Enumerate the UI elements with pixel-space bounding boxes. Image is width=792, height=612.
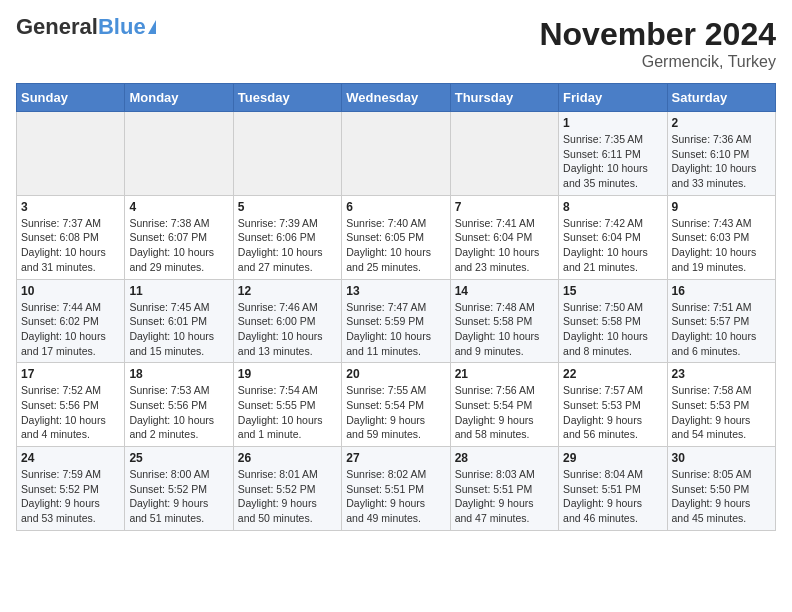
day-info: Sunrise: 7:38 AM Sunset: 6:07 PM Dayligh… [129, 216, 228, 275]
calendar-week-2: 3Sunrise: 7:37 AM Sunset: 6:08 PM Daylig… [17, 195, 776, 279]
calendar-cell: 13Sunrise: 7:47 AM Sunset: 5:59 PM Dayli… [342, 279, 450, 363]
calendar-cell: 12Sunrise: 7:46 AM Sunset: 6:00 PM Dayli… [233, 279, 341, 363]
day-number: 27 [346, 451, 445, 465]
day-number: 22 [563, 367, 662, 381]
weekday-header-row: SundayMondayTuesdayWednesdayThursdayFrid… [17, 84, 776, 112]
calendar-cell [342, 112, 450, 196]
weekday-header-saturday: Saturday [667, 84, 775, 112]
weekday-header-sunday: Sunday [17, 84, 125, 112]
day-info: Sunrise: 7:56 AM Sunset: 5:54 PM Dayligh… [455, 383, 554, 442]
day-info: Sunrise: 7:41 AM Sunset: 6:04 PM Dayligh… [455, 216, 554, 275]
day-info: Sunrise: 8:05 AM Sunset: 5:50 PM Dayligh… [672, 467, 771, 526]
day-info: Sunrise: 8:02 AM Sunset: 5:51 PM Dayligh… [346, 467, 445, 526]
calendar-cell [450, 112, 558, 196]
calendar-body: 1Sunrise: 7:35 AM Sunset: 6:11 PM Daylig… [17, 112, 776, 531]
day-number: 26 [238, 451, 337, 465]
calendar-cell [17, 112, 125, 196]
calendar-week-1: 1Sunrise: 7:35 AM Sunset: 6:11 PM Daylig… [17, 112, 776, 196]
calendar-cell: 19Sunrise: 7:54 AM Sunset: 5:55 PM Dayli… [233, 363, 341, 447]
calendar-cell: 3Sunrise: 7:37 AM Sunset: 6:08 PM Daylig… [17, 195, 125, 279]
day-info: Sunrise: 8:03 AM Sunset: 5:51 PM Dayligh… [455, 467, 554, 526]
day-number: 4 [129, 200, 228, 214]
weekday-header-thursday: Thursday [450, 84, 558, 112]
weekday-header-friday: Friday [559, 84, 667, 112]
day-info: Sunrise: 7:40 AM Sunset: 6:05 PM Dayligh… [346, 216, 445, 275]
calendar-week-5: 24Sunrise: 7:59 AM Sunset: 5:52 PM Dayli… [17, 447, 776, 531]
day-number: 1 [563, 116, 662, 130]
page-header: GeneralBlue November 2024 Germencik, Tur… [16, 16, 776, 71]
day-info: Sunrise: 7:58 AM Sunset: 5:53 PM Dayligh… [672, 383, 771, 442]
calendar-cell: 25Sunrise: 8:00 AM Sunset: 5:52 PM Dayli… [125, 447, 233, 531]
day-info: Sunrise: 8:04 AM Sunset: 5:51 PM Dayligh… [563, 467, 662, 526]
weekday-header-wednesday: Wednesday [342, 84, 450, 112]
calendar-cell: 18Sunrise: 7:53 AM Sunset: 5:56 PM Dayli… [125, 363, 233, 447]
day-info: Sunrise: 7:35 AM Sunset: 6:11 PM Dayligh… [563, 132, 662, 191]
day-info: Sunrise: 7:54 AM Sunset: 5:55 PM Dayligh… [238, 383, 337, 442]
day-number: 18 [129, 367, 228, 381]
calendar-cell: 2Sunrise: 7:36 AM Sunset: 6:10 PM Daylig… [667, 112, 775, 196]
calendar-subtitle: Germencik, Turkey [539, 53, 776, 71]
day-info: Sunrise: 7:45 AM Sunset: 6:01 PM Dayligh… [129, 300, 228, 359]
day-number: 17 [21, 367, 120, 381]
day-number: 16 [672, 284, 771, 298]
day-info: Sunrise: 7:37 AM Sunset: 6:08 PM Dayligh… [21, 216, 120, 275]
calendar-title: November 2024 [539, 16, 776, 53]
calendar-cell: 9Sunrise: 7:43 AM Sunset: 6:03 PM Daylig… [667, 195, 775, 279]
day-number: 21 [455, 367, 554, 381]
day-info: Sunrise: 7:51 AM Sunset: 5:57 PM Dayligh… [672, 300, 771, 359]
day-info: Sunrise: 8:00 AM Sunset: 5:52 PM Dayligh… [129, 467, 228, 526]
day-info: Sunrise: 7:39 AM Sunset: 6:06 PM Dayligh… [238, 216, 337, 275]
day-info: Sunrise: 7:36 AM Sunset: 6:10 PM Dayligh… [672, 132, 771, 191]
calendar-cell: 30Sunrise: 8:05 AM Sunset: 5:50 PM Dayli… [667, 447, 775, 531]
day-number: 13 [346, 284, 445, 298]
day-number: 30 [672, 451, 771, 465]
day-info: Sunrise: 7:52 AM Sunset: 5:56 PM Dayligh… [21, 383, 120, 442]
day-info: Sunrise: 7:47 AM Sunset: 5:59 PM Dayligh… [346, 300, 445, 359]
day-number: 24 [21, 451, 120, 465]
day-number: 9 [672, 200, 771, 214]
day-info: Sunrise: 7:50 AM Sunset: 5:58 PM Dayligh… [563, 300, 662, 359]
calendar-cell: 29Sunrise: 8:04 AM Sunset: 5:51 PM Dayli… [559, 447, 667, 531]
day-info: Sunrise: 7:53 AM Sunset: 5:56 PM Dayligh… [129, 383, 228, 442]
calendar-header: SundayMondayTuesdayWednesdayThursdayFrid… [17, 84, 776, 112]
calendar-week-4: 17Sunrise: 7:52 AM Sunset: 5:56 PM Dayli… [17, 363, 776, 447]
calendar-cell [233, 112, 341, 196]
day-info: Sunrise: 7:57 AM Sunset: 5:53 PM Dayligh… [563, 383, 662, 442]
day-number: 28 [455, 451, 554, 465]
day-number: 29 [563, 451, 662, 465]
calendar-cell: 27Sunrise: 8:02 AM Sunset: 5:51 PM Dayli… [342, 447, 450, 531]
day-info: Sunrise: 7:44 AM Sunset: 6:02 PM Dayligh… [21, 300, 120, 359]
day-info: Sunrise: 7:59 AM Sunset: 5:52 PM Dayligh… [21, 467, 120, 526]
logo: GeneralBlue [16, 16, 156, 38]
day-number: 10 [21, 284, 120, 298]
day-info: Sunrise: 8:01 AM Sunset: 5:52 PM Dayligh… [238, 467, 337, 526]
day-info: Sunrise: 7:42 AM Sunset: 6:04 PM Dayligh… [563, 216, 662, 275]
calendar-cell: 24Sunrise: 7:59 AM Sunset: 5:52 PM Dayli… [17, 447, 125, 531]
calendar-cell [125, 112, 233, 196]
calendar-cell: 1Sunrise: 7:35 AM Sunset: 6:11 PM Daylig… [559, 112, 667, 196]
day-number: 12 [238, 284, 337, 298]
calendar-cell: 23Sunrise: 7:58 AM Sunset: 5:53 PM Dayli… [667, 363, 775, 447]
day-number: 25 [129, 451, 228, 465]
calendar-cell: 17Sunrise: 7:52 AM Sunset: 5:56 PM Dayli… [17, 363, 125, 447]
day-number: 23 [672, 367, 771, 381]
day-number: 7 [455, 200, 554, 214]
day-number: 2 [672, 116, 771, 130]
calendar-cell: 22Sunrise: 7:57 AM Sunset: 5:53 PM Dayli… [559, 363, 667, 447]
calendar-cell: 21Sunrise: 7:56 AM Sunset: 5:54 PM Dayli… [450, 363, 558, 447]
calendar-cell: 28Sunrise: 8:03 AM Sunset: 5:51 PM Dayli… [450, 447, 558, 531]
calendar-cell: 26Sunrise: 8:01 AM Sunset: 5:52 PM Dayli… [233, 447, 341, 531]
day-number: 15 [563, 284, 662, 298]
day-info: Sunrise: 7:48 AM Sunset: 5:58 PM Dayligh… [455, 300, 554, 359]
weekday-header-monday: Monday [125, 84, 233, 112]
day-number: 5 [238, 200, 337, 214]
calendar-cell: 10Sunrise: 7:44 AM Sunset: 6:02 PM Dayli… [17, 279, 125, 363]
day-info: Sunrise: 7:55 AM Sunset: 5:54 PM Dayligh… [346, 383, 445, 442]
day-number: 8 [563, 200, 662, 214]
calendar-cell: 16Sunrise: 7:51 AM Sunset: 5:57 PM Dayli… [667, 279, 775, 363]
day-number: 6 [346, 200, 445, 214]
calendar-table: SundayMondayTuesdayWednesdayThursdayFrid… [16, 83, 776, 531]
day-number: 14 [455, 284, 554, 298]
calendar-cell: 5Sunrise: 7:39 AM Sunset: 6:06 PM Daylig… [233, 195, 341, 279]
day-number: 19 [238, 367, 337, 381]
